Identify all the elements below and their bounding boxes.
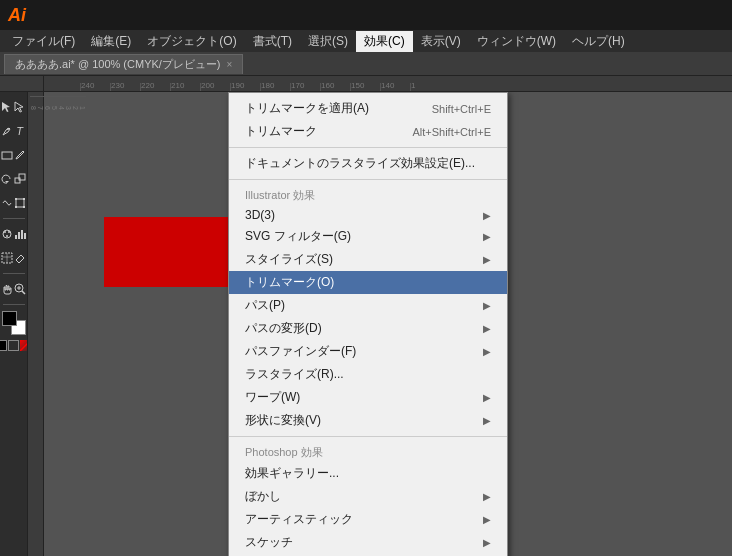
warp-tools [1,192,27,214]
ruler-mark: 190 [230,83,260,91]
document-tab[interactable]: ああああ.ai* @ 100% (CMYK/プレビュー) × [4,54,243,74]
blur-arrow-icon: ▶ [483,491,491,502]
zoom-tool[interactable] [14,278,26,300]
selection-tools [1,96,27,118]
illustrator-effects-section: Illustrator 効果 3D(3) ▶ SVG フィルター(G) ▶ スタ… [229,180,507,437]
trim-mark-item[interactable]: トリムマーク Alt+Shift+Ctrl+E [229,120,507,143]
ruler-mark: 150 [350,83,380,91]
hand-tool[interactable] [1,278,13,300]
tab-close-button[interactable]: × [227,59,233,70]
stroke-icon[interactable] [8,340,19,351]
ruler-mark: 210 [170,83,200,91]
svg-point-10 [4,231,6,233]
shape-tools [1,144,27,166]
menu-select[interactable]: 選択(S) [300,31,356,52]
ruler-mark: 240 [80,83,110,91]
path-distort-label: パスの変形(D) [245,320,322,337]
3d-label: 3D(3) [245,208,275,222]
pen-tools: T [1,120,27,142]
stylize-arrow-icon: ▶ [483,254,491,265]
foreground-color-swatch[interactable] [2,311,17,326]
rectangle-tool[interactable] [1,144,13,166]
sketch-item[interactable]: スケッチ ▶ [229,531,507,554]
menu-bar: ファイル(F) 編集(E) オブジェクト(O) 書式(T) 選択(S) 効果(C… [0,30,732,52]
artistic-item[interactable]: アーティスティック ▶ [229,508,507,531]
warp-tool[interactable] [1,192,13,214]
fill-icon[interactable] [0,340,7,351]
toolbar-separator-3 [3,304,25,305]
warp-item[interactable]: ワープ(W) ▶ [229,386,507,409]
main-area: T [0,92,732,556]
effect-gallery-item[interactable]: 効果ギャラリー... [229,462,507,485]
column-graph-tool[interactable] [14,223,26,245]
menu-view[interactable]: 表示(V) [413,31,469,52]
convert-shape-item[interactable]: 形状に変換(V) ▶ [229,409,507,432]
eraser-tool[interactable] [14,247,26,269]
artistic-arrow-icon: ▶ [483,514,491,525]
ruler-mark: 180 [260,83,290,91]
apply-trim-mark-item[interactable]: トリムマークを適用(A) Shift+Ctrl+E [229,97,507,120]
doc-rasterize-item[interactable]: ドキュメントのラスタライズ効果設定(E)... [229,152,507,175]
photoshop-effects-section: Photoshop 効果 効果ギャラリー... ぼかし ▶ アーティスティック … [229,437,507,556]
ruler-mark: 160 [320,83,350,91]
symbol-sprayer-tool[interactable] [1,223,13,245]
svg-line-24 [20,340,28,351]
graph-tools [1,223,27,245]
trim-mark-section: トリムマークを適用(A) Shift+Ctrl+E トリムマーク Alt+Shi… [229,93,507,148]
rotate-tool[interactable] [1,168,13,190]
ruler-mark: 140 [380,83,410,91]
tab-label: ああああ.ai* @ 100% (CMYK/プレビュー) [15,57,221,72]
ruler-mark: 1 [410,83,440,91]
ruler-mark: 200 [200,83,230,91]
menu-help[interactable]: ヘルプ(H) [564,31,633,52]
toolbar-separator-2 [3,273,25,274]
ruler-mark: 230 [110,83,140,91]
rasterize-label: ラスタライズ(R)... [245,366,344,383]
path-label: パス(P) [245,297,285,314]
stylize-item[interactable]: スタイライズ(S) ▶ [229,248,507,271]
menu-window[interactable]: ウィンドウ(W) [469,31,564,52]
selection-tool[interactable] [1,96,13,118]
svg-point-12 [6,235,8,237]
photoshop-effects-header: Photoshop 効果 [229,441,507,462]
menu-object[interactable]: オブジェクト(O) [139,31,244,52]
paintbrush-tool[interactable] [14,144,26,166]
svg-filter-item[interactable]: SVG フィルター(G) ▶ [229,225,507,248]
scale-tool[interactable] [14,168,26,190]
apply-trim-mark-label: トリムマークを適用(A) [245,100,369,117]
svg-point-0 [7,128,9,130]
sketch-arrow-icon: ▶ [483,537,491,548]
pathfinder-item[interactable]: パスファインダー(F) ▶ [229,340,507,363]
svg-rect-15 [21,230,23,239]
type-tool[interactable]: T [14,120,26,142]
direct-selection-tool[interactable] [14,96,26,118]
pathfinder-arrow-icon: ▶ [483,346,491,357]
svg-rect-6 [23,198,25,200]
pen-tool[interactable] [1,120,13,142]
path-item[interactable]: パス(P) ▶ [229,294,507,317]
toolbar-separator [3,218,25,219]
rasterize-item[interactable]: ラスタライズ(R)... [229,363,507,386]
3d-item[interactable]: 3D(3) ▶ [229,205,507,225]
blur-item[interactable]: ぼかし ▶ [229,485,507,508]
slice-tool[interactable] [1,247,13,269]
trim-mark-o-item[interactable]: トリムマーク(O) [229,271,507,294]
path-distort-item[interactable]: パスの変形(D) ▶ [229,317,507,340]
document-rasterize-section: ドキュメントのラスタライズ効果設定(E)... [229,148,507,180]
none-icon[interactable] [20,340,28,351]
svg-rect-5 [15,198,17,200]
left-toolbar: T [0,92,28,556]
rotate-tools [1,168,27,190]
menu-type[interactable]: 書式(T) [245,31,300,52]
color-swatches [2,311,26,335]
doc-rasterize-label: ドキュメントのラスタライズ効果設定(E)... [245,155,475,172]
menu-effect[interactable]: 効果(C) [356,31,413,52]
slice-tools [1,247,27,269]
horizontal-ruler: 240 230 220 210 200 190 180 170 160 150 … [0,76,732,92]
menu-file[interactable]: ファイル(F) [4,31,83,52]
apply-trim-mark-shortcut: Shift+Ctrl+E [432,103,491,115]
free-transform-tool[interactable] [14,192,26,214]
trim-mark-o-label: トリムマーク(O) [245,274,334,291]
menu-edit[interactable]: 編集(E) [83,31,139,52]
blur-label: ぼかし [245,488,281,505]
